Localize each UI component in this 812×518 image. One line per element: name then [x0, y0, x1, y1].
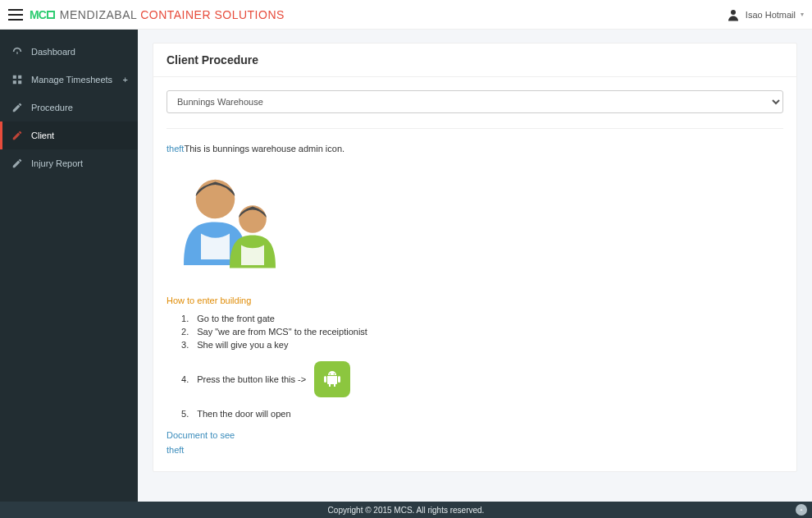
footer-text: Copyright © 2015 MCS. All rights reserve… [328, 506, 485, 515]
step-item: Then the door will open [181, 407, 783, 420]
footer: Copyright © 2015 MCS. All rights reserve… [0, 502, 812, 518]
procedure-tag[interactable]: theft [167, 144, 184, 154]
procedure-intro: theftThis is bunnings warehouse admin ic… [167, 144, 783, 154]
svg-rect-3 [13, 80, 16, 84]
client-select[interactable]: Bunnings Warehouse [167, 90, 783, 113]
step-item: She will give you a key [181, 338, 783, 351]
brand-part-2: CONTAINER SOLUTIONS [140, 8, 285, 21]
expand-plus-icon: + [123, 75, 128, 85]
menu-toggle-icon[interactable] [8, 9, 23, 21]
pencil-icon [11, 130, 23, 141]
chevron-up-icon [798, 507, 805, 513]
scroll-top-button[interactable] [796, 504, 807, 516]
brand-title: MENDIZABAL CONTAINER SOLUTIONS [60, 8, 285, 21]
howto-title: How to enter building [167, 296, 783, 305]
sidebar-label: Manage Timesheets [31, 75, 112, 85]
top-header: MC MENDIZABAL CONTAINER SOLUTIONS Isao H… [0, 0, 812, 30]
dashboard-icon [11, 46, 23, 57]
procedure-desc: This is bunnings warehouse admin icon. [184, 144, 344, 154]
sidebar-item-procedure[interactable]: Procedure [0, 94, 138, 121]
page-title: Client Procedure [167, 53, 783, 66]
sidebar-label: Dashboard [31, 47, 75, 57]
users-graphic-icon [167, 162, 281, 277]
chevron-down-icon: ▾ [801, 11, 804, 18]
android-icon [322, 369, 342, 389]
pencil-icon [11, 158, 23, 169]
main-content: Client Procedure Bunnings Warehouse thef… [138, 30, 812, 502]
sidebar-label: Client [31, 131, 54, 140]
sidebar-item-manage-timesheets[interactable]: Manage Timesheets + [0, 66, 138, 94]
howto-steps: Go to the front gate Say "we are from MC… [167, 312, 783, 420]
step-item: Say "we are from MCS" to the receiptioni… [181, 325, 783, 338]
sidebar-label: Procedure [31, 103, 73, 112]
svg-rect-4 [18, 80, 21, 84]
sidebar-item-client[interactable]: Client [0, 121, 138, 149]
brand-glyph-icon: MC [30, 8, 55, 21]
panel-client-procedure: Client Procedure Bunnings Warehouse thef… [153, 43, 797, 472]
sidebar-label: Injury Report [31, 158, 83, 168]
pencil-icon [11, 102, 23, 113]
user-menu[interactable]: Isao Hotmail ▾ [726, 7, 804, 22]
step-item-with-button: Press the button like this -> [181, 360, 783, 399]
brand-part-1: MENDIZABAL [60, 8, 137, 21]
sidebar-item-injury-report[interactable]: Injury Report [0, 149, 138, 177]
svg-point-0 [731, 10, 736, 15]
sidebar: Dashboard Manage Timesheets + Procedure … [0, 30, 138, 502]
step-item: Go to the front gate [181, 312, 783, 325]
user-name: Isao Hotmail [746, 10, 796, 20]
svg-rect-1 [13, 76, 16, 79]
svg-point-5 [196, 180, 235, 219]
theft-link[interactable]: theft [167, 445, 783, 455]
svg-rect-2 [18, 76, 21, 79]
document-link[interactable]: Document to see [167, 430, 783, 440]
sidebar-item-dashboard[interactable]: Dashboard [0, 38, 138, 66]
panel-header: Client Procedure [153, 44, 796, 77]
user-avatar-icon [726, 7, 741, 22]
android-button[interactable] [314, 361, 350, 397]
grid-icon [11, 74, 23, 85]
